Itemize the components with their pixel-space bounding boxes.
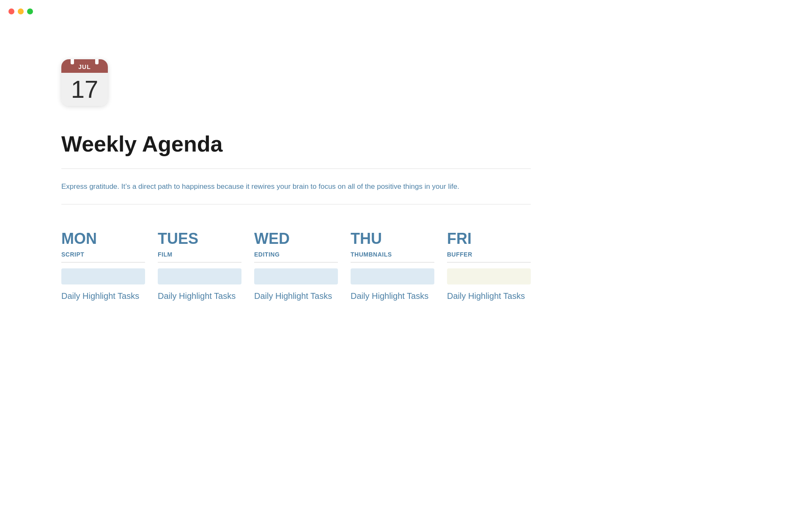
day-column-wed: WEDEDITINGDaily Highlight Tasks [254, 230, 338, 301]
day-column-tues: TUESFILMDaily Highlight Tasks [158, 230, 241, 301]
day-task-tues: FILM [158, 251, 241, 258]
day-name-tues: TUES [158, 230, 241, 248]
task-card-wed [254, 268, 338, 284]
day-task-mon: SCRIPT [61, 251, 145, 258]
day-name-thu: THU [351, 230, 434, 248]
day-divider-mon [61, 262, 145, 262]
close-button[interactable] [8, 8, 14, 14]
day-divider-tues [158, 262, 241, 262]
minimize-button[interactable] [18, 8, 24, 14]
day-column-mon: MONSCRIPTDaily Highlight Tasks [61, 230, 145, 301]
task-link-tues[interactable]: Daily Highlight Tasks [158, 290, 241, 301]
calendar-icon: JUL 17 [61, 59, 108, 106]
task-link-mon[interactable]: Daily Highlight Tasks [61, 290, 145, 301]
task-link-thu[interactable]: Daily Highlight Tasks [351, 290, 434, 301]
day-name-fri: FRI [447, 230, 531, 248]
calendar-icon-wrapper: JUL 17 [61, 59, 531, 106]
task-card-thu [351, 268, 434, 284]
day-task-fri: BUFFER [447, 251, 531, 258]
traffic-lights [8, 8, 33, 14]
day-column-thu: THUTHUMBNAILSDaily Highlight Tasks [351, 230, 434, 301]
day-divider-wed [254, 262, 338, 262]
page-title: Weekly Agenda [61, 131, 531, 157]
calendar-day: 17 [61, 73, 108, 106]
task-card-tues [158, 268, 241, 284]
divider-1 [61, 168, 531, 169]
day-task-thu: THUMBNAILS [351, 251, 434, 258]
divider-2 [61, 204, 531, 204]
day-name-mon: MON [61, 230, 145, 248]
day-divider-thu [351, 262, 434, 262]
calendar-month: JUL [61, 59, 108, 73]
day-name-wed: WED [254, 230, 338, 248]
quote-text: Express gratitude. It’s a direct path to… [61, 181, 527, 192]
task-link-fri[interactable]: Daily Highlight Tasks [447, 290, 531, 301]
main-content: JUL 17 Weekly Agenda Express gratitude. … [0, 0, 592, 327]
day-divider-fri [447, 262, 531, 262]
maximize-button[interactable] [27, 8, 33, 14]
days-grid: MONSCRIPTDaily Highlight TasksTUESFILMDa… [61, 230, 531, 301]
task-link-wed[interactable]: Daily Highlight Tasks [254, 290, 338, 301]
task-card-fri [447, 268, 531, 284]
day-task-wed: EDITING [254, 251, 338, 258]
day-column-fri: FRIBUFFERDaily Highlight Tasks [447, 230, 531, 301]
task-card-mon [61, 268, 145, 284]
